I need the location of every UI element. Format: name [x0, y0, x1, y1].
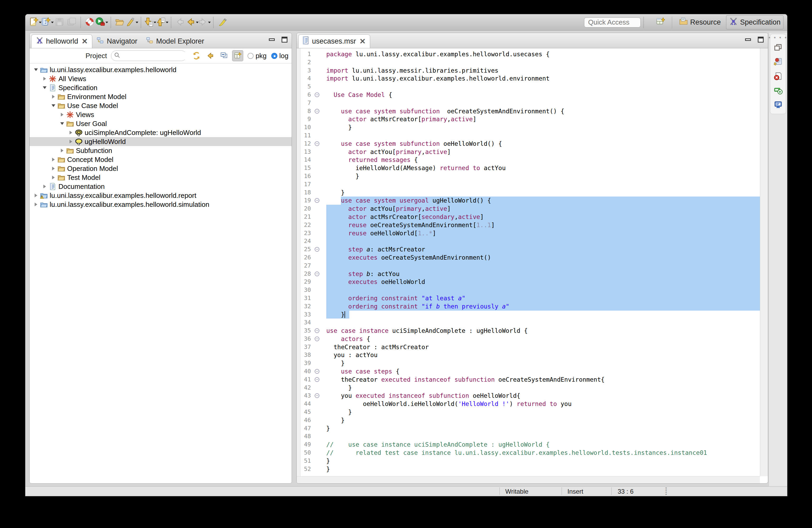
code-text[interactable]: use case system subfunction oeCreateSyst…: [322, 107, 760, 116]
code-line[interactable]: 10 }: [297, 123, 760, 132]
code-line[interactable]: 52}: [297, 465, 760, 473]
code-text[interactable]: use case instance uciSimpleAndComplete :…: [322, 327, 760, 335]
log-radio-option[interactable]: log: [271, 52, 289, 60]
code-line[interactable]: 36− actors {: [297, 335, 760, 343]
code-text[interactable]: use case system usergoal ugHelloWorld() …: [322, 197, 760, 205]
expand-arrow-icon[interactable]: [50, 167, 57, 170]
collapse-fold-icon[interactable]: −: [315, 328, 319, 333]
code-text[interactable]: returned messages {: [322, 156, 760, 164]
statusbar-drag-handle[interactable]: ••••: [665, 487, 667, 496]
code-line[interactable]: 31 ordering constraint "at least a": [297, 294, 760, 302]
code-text[interactable]: [322, 58, 760, 66]
view-tab-model-explorer[interactable]: Model Explorer: [142, 34, 208, 48]
tree-row[interactable]: Use Case Model: [30, 101, 292, 110]
collapse-fold-icon[interactable]: −: [315, 198, 319, 203]
code-line[interactable]: 38 you : actYou: [297, 351, 760, 359]
code-line[interactable]: 39 }: [297, 359, 760, 367]
download-doc-button[interactable]: [144, 16, 156, 29]
tree-row[interactable]: uciSimpleAndComplete: ugHelloWorld: [30, 128, 292, 137]
progress-view-button[interactable]: [774, 86, 783, 96]
pkg-radio-button[interactable]: [247, 53, 253, 59]
resource-perspective-button[interactable]: Resource: [676, 16, 723, 29]
code-line[interactable]: 12− use case system subfunction oeHelloW…: [297, 140, 760, 148]
open-perspective-perspective-button[interactable]: [653, 16, 668, 29]
tree-row[interactable]: Test Model: [30, 173, 292, 182]
code-text[interactable]: step a: actMsrCreator: [322, 245, 760, 254]
maximize-editor-button[interactable]: [757, 36, 764, 44]
code-text[interactable]: actor actYou[primary,active]: [322, 205, 760, 213]
tree-row[interactable]: Operation Model: [30, 164, 292, 173]
code-text[interactable]: }: [322, 416, 760, 424]
collapse-arrow-icon[interactable]: [33, 69, 39, 71]
tree-row[interactable]: Specification: [30, 83, 292, 92]
pkg-radio-option[interactable]: pkg: [247, 52, 266, 60]
code-line[interactable]: 40− use case steps {: [297, 367, 760, 376]
code-text[interactable]: [322, 319, 760, 327]
code-line[interactable]: 2: [297, 58, 760, 66]
code-text[interactable]: }: [322, 457, 760, 465]
code-text[interactable]: actor actYou[primary,active]: [322, 148, 760, 156]
code-line[interactable]: 9 actor actMsrCreator[primary,active]: [297, 115, 760, 123]
code-text[interactable]: Use Case Model {: [322, 91, 760, 99]
code-line[interactable]: 49// use case instance uciSimpleAndCompl…: [297, 441, 760, 449]
code-line[interactable]: 7: [297, 99, 760, 107]
code-text[interactable]: }: [322, 424, 760, 433]
collapse-arrow-icon[interactable]: [42, 86, 48, 89]
new-file-button[interactable]: [29, 16, 41, 29]
code-line[interactable]: 23 reuse oeHelloWorld[1..*]: [297, 229, 760, 238]
code-text[interactable]: }: [322, 188, 760, 197]
messir-view-button[interactable]: [774, 57, 783, 67]
expand-arrow-icon[interactable]: [50, 176, 57, 179]
code-text[interactable]: import lu.uni.lassy.excalibur.examples.h…: [322, 75, 760, 83]
code-text[interactable]: [322, 432, 760, 441]
tree-row[interactable]: Concept Model: [30, 155, 292, 164]
collapse-all-button[interactable]: [218, 50, 230, 61]
code-text[interactable]: [322, 180, 760, 188]
specification-perspective-button[interactable]: Specification: [726, 15, 783, 29]
code-line[interactable]: 37 theCreator : actMsrCreator: [297, 343, 760, 351]
code-text[interactable]: }: [322, 384, 760, 392]
code-text[interactable]: executes oeCreateSystemAndEnvironment(): [322, 254, 760, 262]
console-view-button[interactable]: [774, 100, 783, 110]
expand-arrow-icon[interactable]: [59, 113, 65, 117]
collapse-fold-icon[interactable]: −: [315, 141, 319, 146]
view-tab-navigator[interactable]: Navigator: [92, 34, 142, 48]
export-pen-button[interactable]: [126, 16, 138, 29]
code-text[interactable]: oeHelloWorld.ieHelloWorld('HelloWorld !'…: [322, 400, 760, 408]
code-text[interactable]: package lu.uni.lassy.excalibur.examples.…: [322, 50, 760, 58]
tree-row[interactable]: User Goal: [30, 119, 292, 128]
dropdown-arrow-icon[interactable]: [105, 22, 108, 23]
tree-row[interactable]: lu.uni.lassy.excalibur.examples.hellowor…: [30, 65, 292, 74]
code-line[interactable]: 43− you executed instanceof subfunction …: [297, 392, 760, 400]
collapse-fold-icon[interactable]: −: [315, 92, 319, 97]
dropdown-arrow-icon[interactable]: [208, 22, 211, 23]
code-text[interactable]: [322, 237, 760, 245]
code-line[interactable]: 26 executes oeCreateSystemAndEnvironment…: [297, 254, 760, 262]
code-text[interactable]: you executed instanceof subfunction oeHe…: [322, 392, 760, 400]
code-line[interactable]: 47}: [297, 424, 760, 433]
expand-arrow-icon[interactable]: [50, 95, 57, 99]
code-line[interactable]: 20 actor actYou[primary,active]: [297, 205, 760, 213]
code-line[interactable]: 41− theCreator executed instanceof subfu…: [297, 376, 760, 384]
editor-vertical-scrollbar[interactable]: [760, 48, 768, 476]
code-line[interactable]: 14 returned messages {: [297, 156, 760, 164]
code-line[interactable]: 34: [297, 319, 760, 327]
collapse-fold-icon[interactable]: −: [315, 272, 319, 276]
collapse-fold-icon[interactable]: −: [315, 393, 319, 398]
back-disabled-button[interactable]: [174, 16, 186, 29]
collapse-fold-icon[interactable]: −: [315, 377, 319, 382]
tree-row[interactable]: Documentation: [30, 182, 292, 191]
collapse-arrow-icon[interactable]: [50, 104, 57, 107]
code-line[interactable]: 4import lu.uni.lassy.excalibur.examples.…: [297, 75, 760, 83]
code-text[interactable]: actors {: [322, 335, 760, 343]
tree-row[interactable]: lu.uni.lassy.excalibur.examples.hellowor…: [30, 200, 292, 209]
dropdown-arrow-icon[interactable]: [136, 22, 138, 23]
forward-disabled-button[interactable]: [198, 16, 211, 29]
code-text[interactable]: you : actYou: [322, 351, 760, 359]
expand-arrow-icon[interactable]: [33, 194, 39, 197]
code-text[interactable]: theCreator executed instanceof subfuncti…: [322, 376, 760, 384]
code-line[interactable]: 50// related test case instance lu.uni.l…: [297, 449, 760, 457]
code-text[interactable]: // use case instance uciSimpleAndComplet…: [322, 441, 760, 449]
minimize-view-button[interactable]: [269, 36, 275, 44]
expand-arrow-icon[interactable]: [42, 185, 48, 188]
